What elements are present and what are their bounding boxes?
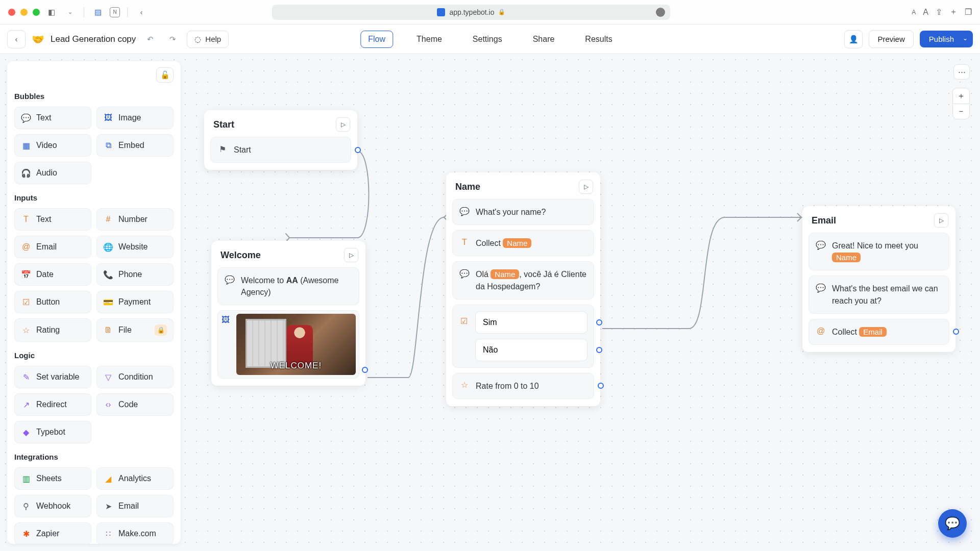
window-maximize-icon[interactable] — [33, 9, 40, 16]
output-port[interactable] — [953, 329, 959, 335]
node-play-button[interactable]: ▷ — [344, 248, 358, 262]
text-size-small-icon[interactable]: A — [912, 9, 916, 16]
shield-icon[interactable]: ▤ — [91, 6, 105, 19]
sidebar-pin-button[interactable]: 🔓 — [156, 67, 174, 83]
block-input-button[interactable]: ☑Button — [14, 291, 91, 313]
output-port[interactable] — [596, 319, 602, 325]
sheets-icon: ▥ — [21, 473, 31, 484]
block-logic-typebot[interactable]: ◆Typebot — [14, 421, 91, 443]
node-welcome[interactable]: Welcome ▷ 💬 Welcome to AA (Awesome Agenc… — [211, 241, 365, 386]
block-bubble-embed[interactable]: ⧉Embed — [96, 134, 174, 157]
step-start[interactable]: ⚑ Start — [210, 137, 351, 163]
note-icon[interactable]: N — [110, 7, 120, 17]
tab-theme[interactable]: Theme — [409, 31, 449, 47]
block-input-website[interactable]: 🌐Website — [96, 236, 174, 258]
reader-icon[interactable] — [656, 8, 665, 17]
block-logic-setvar[interactable]: ✎Set variable — [14, 366, 91, 388]
block-input-date[interactable]: 📅Date — [14, 263, 91, 286]
block-input-payment[interactable]: 💳Payment — [96, 291, 174, 313]
publish-menu-caret[interactable]: ⌄ — [958, 31, 973, 47]
block-int-analytics[interactable]: ◢Analytics — [96, 467, 174, 490]
back-button[interactable]: ‹ — [7, 30, 26, 48]
undo-button[interactable]: ↶ — [142, 31, 158, 47]
block-bubble-video[interactable]: ▦Video — [14, 134, 91, 157]
chat-icon: 💬 — [21, 113, 31, 123]
help-button[interactable]: ◌ Help — [187, 31, 229, 48]
code-icon: ‹› — [103, 399, 113, 410]
node-name-title: Name — [455, 182, 480, 192]
collaborators-button[interactable]: 👤 — [844, 30, 863, 48]
step-name-collect[interactable]: T Collect Name — [452, 230, 594, 256]
block-input-rating[interactable]: ☆Rating — [14, 318, 91, 342]
block-logic-redirect[interactable]: ↗Redirect — [14, 393, 91, 416]
browser-url-bar[interactable]: app.typebot.io 🔒 — [272, 5, 670, 20]
window-minimize-icon[interactable] — [20, 9, 28, 16]
check-icon: ☑ — [459, 316, 469, 327]
window-close-icon[interactable] — [8, 9, 15, 16]
node-name[interactable]: Name ▷ 💬 What's your name? T Collect Nam… — [446, 172, 600, 406]
zoom-out-button[interactable]: － — [953, 104, 969, 119]
bot-name[interactable]: Lead Generation copy — [51, 34, 136, 44]
step-name-choices[interactable]: ☑ Sim Não — [452, 305, 594, 368]
block-bubble-audio[interactable]: 🎧Audio — [14, 162, 91, 184]
redo-button[interactable]: ↷ — [164, 31, 181, 47]
block-bubble-image[interactable]: 🖼Image — [96, 107, 174, 129]
block-int-make[interactable]: ∷Make.com — [96, 522, 174, 544]
tab-flow[interactable]: Flow — [360, 31, 393, 48]
step-name-rate[interactable]: ☆ Rate from 0 to 10 — [452, 373, 594, 399]
phone-icon: 📞 — [103, 269, 113, 280]
step-email-question[interactable]: 💬 What's the best email we can reach you… — [808, 276, 949, 313]
publish-button[interactable]: Publish — [920, 31, 963, 47]
support-chat-button[interactable]: 💬 — [938, 509, 967, 538]
audio-icon: 🎧 — [21, 168, 31, 178]
help-label: Help — [205, 35, 221, 43]
block-input-phone[interactable]: 📞Phone — [96, 263, 174, 286]
block-int-webhook[interactable]: ⚲Webhook — [14, 495, 91, 517]
output-port[interactable] — [362, 367, 368, 373]
block-int-email[interactable]: ➤Email — [96, 495, 174, 517]
step-email-greet[interactable]: 💬 Great! Nice to meet you Name — [808, 233, 949, 270]
preview-button[interactable]: Preview — [869, 30, 913, 48]
step-welcome-gif[interactable]: 🖼 WELCOME! — [217, 310, 359, 379]
output-port[interactable] — [355, 147, 361, 153]
step-name-question[interactable]: 💬 What's your name? — [452, 199, 594, 225]
block-bubble-text[interactable]: 💬Text — [14, 107, 91, 129]
node-start[interactable]: Start ▷ ⚑ Start — [204, 110, 357, 170]
block-input-file[interactable]: 🗎File🔒 — [96, 318, 174, 342]
sidebar-toggle-icon[interactable]: ◧ — [45, 6, 58, 19]
block-input-text[interactable]: TText — [14, 208, 91, 231]
block-logic-condition[interactable]: ▽Condition — [96, 366, 174, 388]
output-port[interactable] — [598, 383, 604, 389]
tab-results[interactable]: Results — [578, 31, 619, 47]
share-icon[interactable]: ⇪ — [936, 7, 942, 17]
tab-share[interactable]: Share — [526, 31, 562, 47]
chevron-down-icon[interactable]: ⌄ — [63, 6, 77, 19]
step-email-collect[interactable]: @ Collect Email — [808, 319, 949, 345]
block-input-email[interactable]: @Email — [14, 236, 91, 258]
block-int-sheets[interactable]: ▥Sheets — [14, 467, 91, 490]
node-email-title: Email — [812, 215, 836, 226]
block-int-zapier[interactable]: ✱Zapier — [14, 522, 91, 544]
analytics-icon: ◢ — [103, 473, 113, 484]
text-size-large-icon[interactable]: A — [923, 8, 928, 17]
node-play-button[interactable]: ▷ — [579, 180, 593, 194]
canvas-more-button[interactable]: ⋯ — [953, 64, 970, 80]
node-play-button[interactable]: ▷ — [934, 213, 948, 228]
node-email[interactable]: Email ▷ 💬 Great! Nice to meet you Name 💬… — [802, 206, 955, 352]
block-input-number[interactable]: #Number — [96, 208, 174, 231]
flow-canvas[interactable]: 🔓 Bubbles 💬Text 🖼Image ▦Video ⧉Embed 🎧Au… — [0, 54, 980, 551]
tab-settings[interactable]: Settings — [465, 31, 509, 47]
step-welcome-text[interactable]: 💬 Welcome to AA (Awesome Agency) — [217, 267, 359, 305]
block-logic-code[interactable]: ‹›Code — [96, 393, 174, 416]
browser-back-icon[interactable]: ‹ — [135, 6, 148, 19]
choice-sim[interactable]: Sim — [475, 311, 587, 334]
new-tab-icon[interactable]: ＋ — [949, 7, 958, 17]
choice-nao[interactable]: Não — [475, 339, 587, 361]
node-play-button[interactable]: ▷ — [336, 117, 350, 132]
zoom-in-button[interactable]: ＋ — [953, 88, 969, 104]
step-name-ola[interactable]: 💬 Olá Name, você Já é Cliente da Hospeda… — [452, 261, 594, 299]
output-port[interactable] — [596, 347, 602, 353]
chat-icon: 💬 — [459, 268, 470, 279]
zapier-icon: ✱ — [21, 529, 31, 539]
tabs-icon[interactable]: ❐ — [965, 7, 972, 17]
